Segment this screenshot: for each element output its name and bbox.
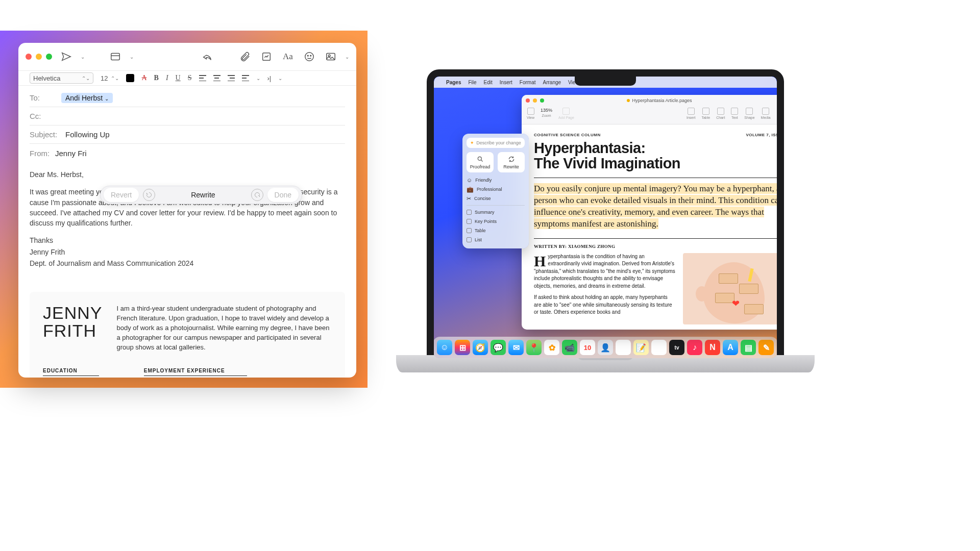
summary-option[interactable]: Summary xyxy=(467,208,525,217)
bold-button[interactable]: B xyxy=(154,74,159,82)
menubar-item[interactable]: File xyxy=(468,80,476,85)
menubar-item[interactable]: Format xyxy=(520,80,536,85)
italic-button[interactable]: I xyxy=(166,74,168,82)
table-option[interactable]: Table xyxy=(467,226,525,235)
dock-app-numbers[interactable]: ▤ xyxy=(741,340,756,355)
align-center-icon[interactable] xyxy=(213,75,220,81)
indent-icon[interactable]: ›| xyxy=(267,74,272,82)
text-color-swatch[interactable] xyxy=(126,74,134,82)
dock-app-contacts[interactable]: 👤 xyxy=(598,340,613,355)
rewrite-label: Rewrite xyxy=(159,191,247,199)
minimize-button[interactable] xyxy=(36,54,42,60)
fullscreen-button[interactable] xyxy=(46,54,52,60)
revert-button[interactable]: Revert xyxy=(104,188,139,202)
clear-format-icon[interactable]: A xyxy=(141,74,146,82)
markup-icon[interactable] xyxy=(259,49,274,64)
chart-button[interactable]: Chart xyxy=(716,108,725,119)
from-value[interactable]: Jenny Fri xyxy=(55,149,87,158)
insert-button[interactable]: Insert xyxy=(687,108,696,119)
rewrite-button[interactable]: Rewrite xyxy=(498,152,525,172)
macbook-device: Pages File Edit Insert Format Arrange Vi… xyxy=(427,69,784,365)
dock-app-news[interactable]: N xyxy=(705,340,720,355)
dock-app-pages[interactable]: ✎ xyxy=(758,340,774,355)
dock-app-reminders[interactable]: ☑ xyxy=(616,340,631,355)
menubar-item[interactable]: Edit xyxy=(484,80,493,85)
list-option[interactable]: List xyxy=(467,235,525,244)
shape-button[interactable]: Shape xyxy=(744,108,754,119)
emoji-icon[interactable] xyxy=(302,49,316,64)
resume-attachment: JENNY FRITH I am a third-year student un… xyxy=(30,292,345,378)
dock-app-finder[interactable]: ☺ xyxy=(437,340,452,355)
subject-value[interactable]: Following Up xyxy=(65,130,110,139)
dock-app-appstore[interactable]: A xyxy=(723,340,738,355)
add-page-button[interactable]: Add Page xyxy=(558,108,574,119)
list-chevron-icon[interactable]: ⌄ xyxy=(256,76,260,81)
from-label: From: xyxy=(30,149,50,158)
close-button[interactable] xyxy=(26,54,32,60)
friendly-option[interactable]: ☺Friendly xyxy=(467,176,525,185)
minimize-button[interactable] xyxy=(533,98,537,103)
header-fields-icon[interactable] xyxy=(108,49,122,64)
mail-body[interactable]: Dear Ms. Herbst, It was great meeting yo… xyxy=(18,162,356,283)
keypoints-option[interactable]: Key Points xyxy=(467,217,525,226)
reply-icon[interactable] xyxy=(200,49,214,64)
underline-button[interactable]: U xyxy=(176,74,181,82)
dock-app-facetime[interactable]: 📹 xyxy=(562,340,577,355)
eyebrow-left: COGNITIVE SCIENCE COLUMN xyxy=(534,133,601,137)
font-family-select[interactable]: Helvetica ⌃⌄ xyxy=(30,72,93,84)
dock-app-tv[interactable]: tv xyxy=(669,340,684,355)
macbook-screen: Pages File Edit Insert Format Arrange Vi… xyxy=(427,69,784,365)
resume-name: JENNY FRITH xyxy=(43,304,102,339)
redo-icon[interactable] xyxy=(251,189,263,201)
concise-option[interactable]: ✂Concise xyxy=(467,194,525,203)
table-button[interactable]: Table xyxy=(701,108,710,119)
dock-app-maps[interactable]: 📍 xyxy=(526,340,542,355)
pages-document[interactable]: COGNITIVE SCIENCE COLUMN VOLUME 7, ISSUE… xyxy=(522,124,784,330)
done-button[interactable]: Done xyxy=(267,188,299,202)
undo-icon[interactable] xyxy=(143,189,155,201)
align-right-icon[interactable] xyxy=(228,75,235,81)
attach-icon[interactable] xyxy=(238,49,252,64)
to-recipient-pill[interactable]: Andi Herbst ⌄ xyxy=(61,93,113,103)
signature-name: Jenny Frith xyxy=(30,247,345,257)
dock-app-messages[interactable]: 💬 xyxy=(491,340,506,355)
send-menu-chevron-icon[interactable]: ⌄ xyxy=(81,54,85,60)
article-illustration: ❤ xyxy=(683,253,784,324)
font-size-select[interactable]: 12 ⌃⌄ xyxy=(101,74,119,82)
zoom-button[interactable]: 135%Zoom xyxy=(541,108,552,119)
describe-change-field[interactable]: ✦Describe your change xyxy=(467,138,525,148)
media-button[interactable]: Media xyxy=(761,108,771,119)
align-left-icon[interactable] xyxy=(199,75,206,81)
menubar-item[interactable]: Arrange xyxy=(543,80,561,85)
to-label: To: xyxy=(30,93,56,102)
dock-app-calendar[interactable]: 10 xyxy=(580,340,595,355)
resume-bio: I am a third-year student undergraduate … xyxy=(116,304,332,352)
dock-app-launchpad[interactable]: ⊞ xyxy=(455,340,470,355)
format-icon[interactable]: Aa xyxy=(281,49,295,64)
fullscreen-button[interactable] xyxy=(540,98,544,103)
indent-chevron-icon[interactable]: ⌄ xyxy=(278,76,282,81)
proofread-button[interactable]: Proofread xyxy=(467,152,494,172)
menubar-app-name[interactable]: Pages xyxy=(446,80,461,85)
text-button[interactable]: Text xyxy=(731,108,738,119)
photo-menu-chevron-icon[interactable]: ⌄ xyxy=(345,54,349,60)
comment-button[interactable]: Comment xyxy=(777,108,784,119)
menubar-item[interactable]: Insert xyxy=(500,80,512,85)
photo-icon[interactable] xyxy=(324,49,338,64)
dock-app-safari[interactable]: 🧭 xyxy=(473,340,488,355)
mail-headers: To: Andi Herbst ⌄ Cc: Subject: Following… xyxy=(18,86,356,162)
dock-app-photos[interactable]: ✿ xyxy=(544,340,559,355)
signoff: Thanks xyxy=(30,235,345,245)
send-icon[interactable] xyxy=(59,49,74,64)
dock-app-music[interactable]: ♪ xyxy=(687,340,702,355)
dock-app-notes[interactable]: 📝 xyxy=(633,340,649,355)
header-menu-chevron-icon[interactable]: ⌄ xyxy=(130,54,134,60)
strike-button[interactable]: S xyxy=(188,74,192,82)
dock-app-mail[interactable]: ✉ xyxy=(508,340,524,355)
view-button[interactable]: View xyxy=(527,108,534,119)
list-icon[interactable] xyxy=(242,75,249,81)
macos-dock: ☺⊞🧭💬✉📍✿📹10👤☑📝✎tv♪NA▤✎ xyxy=(433,337,778,358)
professional-option[interactable]: 💼Professional xyxy=(467,185,525,194)
dock-app-freeform[interactable]: ✎ xyxy=(651,340,667,355)
close-button[interactable] xyxy=(526,98,530,103)
